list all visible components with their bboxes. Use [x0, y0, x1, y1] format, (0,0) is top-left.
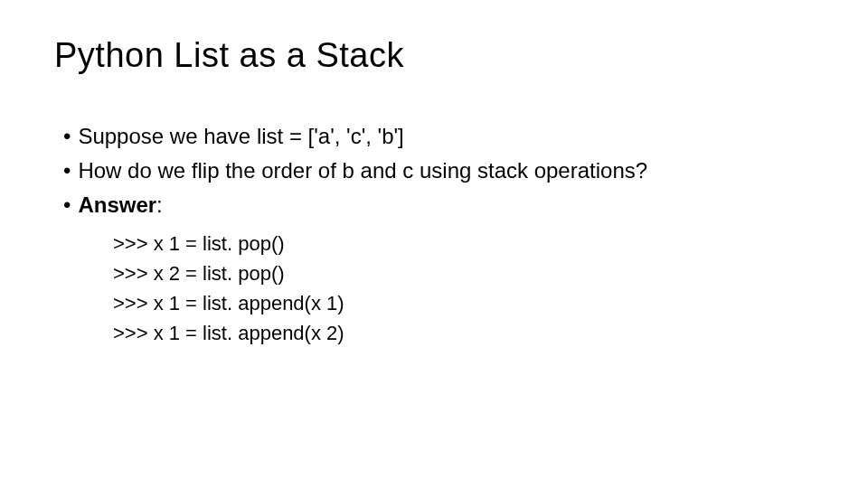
- bullet-item: • Answer:: [63, 189, 814, 221]
- code-line: >>> x 1 = list. append(x 2): [113, 318, 814, 348]
- bullet-dot-icon: •: [63, 155, 71, 187]
- slide-title: Python List as a Stack: [54, 36, 814, 75]
- answer-label: Answer: [78, 192, 156, 217]
- code-block: >>> x 1 = list. pop() >>> x 2 = list. po…: [113, 229, 814, 348]
- code-line: >>> x 2 = list. pop(): [113, 258, 814, 288]
- code-line: >>> x 1 = list. pop(): [113, 229, 814, 258]
- answer-colon: :: [156, 192, 163, 217]
- bullet-item: • How do we flip the order of b and c us…: [63, 155, 814, 187]
- bullet-dot-icon: •: [63, 120, 71, 153]
- bullet-list: • Suppose we have list = ['a', 'c', 'b']…: [63, 120, 814, 221]
- bullet-dot-icon: •: [63, 189, 71, 221]
- code-line: >>> x 1 = list. append(x 1): [113, 288, 814, 318]
- bullet-text: Suppose we have list = ['a', 'c', 'b']: [78, 120, 403, 153]
- bullet-item: • Suppose we have list = ['a', 'c', 'b']: [63, 120, 814, 153]
- bullet-text: How do we flip the order of b and c usin…: [78, 155, 647, 187]
